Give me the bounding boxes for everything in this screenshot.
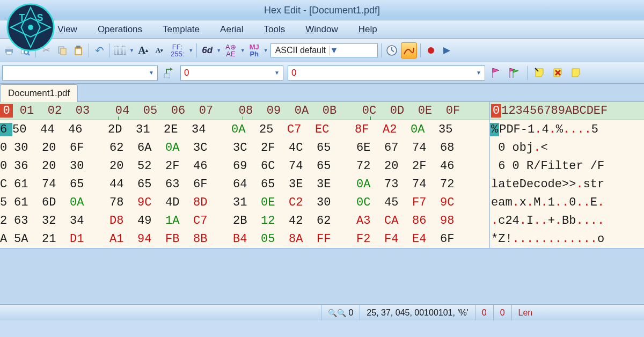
offset-header: 00102030405060708090A0B0C0D0E0F [0,102,489,120]
svg-rect-14 [76,49,81,54]
svg-rect-17 [122,46,125,55]
encoding-value: ASCII default [275,46,326,55]
status-v2: 0 [493,305,511,320]
hex-row[interactable]: A5A21D1A194FB8BB4058AFFF2F4E46F [0,230,489,248]
hex-row[interactable]: C6174654465636F64653E3E0A737472 [0,175,489,193]
ascii-row[interactable]: *Z!............o [490,230,644,248]
menu-help[interactable]: Help [358,24,377,35]
menu-bar: Edit View Operations Template Aerial Too… [0,20,644,39]
svg-rect-11 [61,48,66,55]
document-tab[interactable]: Document1.pdf [0,84,78,102]
hex-row[interactable]: 5616D0A789C4D8D310EC2300C45F79C [0,193,489,211]
hex-row[interactable]: 65044462D312E340A25C7EC8FA20A35 [0,120,489,138]
svg-point-1 [28,25,33,30]
tab-bar: Document1.pdf [0,84,644,102]
status-bar: 🔍⁠🔍 0 25, 37, 045, 00100101, '%' 0 0 Len [0,304,644,320]
menu-operations[interactable]: Operations [98,24,142,35]
window-title: Hex Edit - [Document1.pdf] [264,5,380,16]
svg-text:T: T [19,12,25,23]
menu-aerial[interactable]: Aerial [220,24,243,35]
svg-rect-15 [115,46,118,55]
svg-rect-16 [119,46,121,55]
hex-row[interactable]: 036203020522F46696C746572202F46 [0,157,489,175]
app-logo: T S [4,1,57,54]
play-icon[interactable]: ▶ [440,43,454,57]
ae-label[interactable]: A⊕AE [223,43,238,57]
menu-view[interactable]: View [57,24,77,35]
hex-editor[interactable]: 00102030405060708090A0B0C0D0E0F 65044462… [0,102,644,248]
record-icon[interactable] [424,43,438,57]
binoculars-icon: 🔍⁠🔍 [328,309,346,317]
main-toolbar: ✂ ↶ ▼ A▴ A▾ FF:255: ▼ 6d ▼ A⊕AE ▼ MJ Ph … [0,39,644,62]
flag-multi-icon[interactable] [508,66,522,80]
status-len: Len [511,305,539,320]
svg-rect-13 [76,46,80,48]
highlight-cursor-icon[interactable] [569,66,583,80]
status-find: 🔍⁠🔍 0 [321,305,360,320]
copy-icon[interactable] [55,43,69,57]
font-decrease-icon[interactable]: A▾ [152,43,166,57]
offset1-input[interactable]: 0 ▼ [180,65,283,80]
graph-icon[interactable] [401,42,417,58]
columns-icon[interactable] [113,43,127,57]
menu-tools[interactable]: Tools [264,24,286,35]
glasses-icon[interactable]: 6d [200,43,214,57]
flag-pink-icon[interactable] [489,66,503,80]
ascii-header: 0123456789ABCDEF [490,102,644,120]
font-increase-icon[interactable]: A▴ [136,43,150,57]
encoding-combo[interactable]: ASCII default ▼ [270,43,378,57]
mj-label[interactable]: MJ Ph [247,43,261,57]
highlight-delete-icon[interactable] [551,66,565,80]
ascii-row[interactable]: %PDF-1.4.%....5 [490,120,644,138]
highlight-yellow-icon[interactable] [533,66,547,80]
ascii-row[interactable]: lateDecode>>.str [490,175,644,193]
menu-template[interactable]: Template [163,24,200,35]
nav-toolbar: ▼ 0 ▼ 0 ▼ [0,62,644,84]
paste-icon[interactable] [71,43,85,57]
ff255-label[interactable]: FF:255: [169,43,186,57]
title-bar: Hex Edit - [Document1.pdf] [0,0,644,20]
undo-icon[interactable]: ↶ [92,43,106,57]
address-combo[interactable]: ▼ [2,65,158,80]
svg-rect-21 [164,74,170,78]
ascii-row[interactable]: 6 0 R/Filter /F [490,157,644,175]
status-byte-info: 25, 37, 045, 00100101, '%' [360,305,474,320]
hex-row[interactable]: 030206F626A0A3C3C2F4C656E677468 [0,138,489,157]
goto-icon[interactable] [162,66,176,80]
ascii-row[interactable]: 0 obj.< [490,138,644,157]
menu-window[interactable]: Window [305,24,338,35]
ascii-row[interactable]: .c24.I..+.Bb.... [490,211,644,230]
ascii-row[interactable]: eam.x.M.1..0..E. [490,193,644,211]
svg-text:S: S [37,12,43,23]
empty-area [0,248,644,304]
offset2-input[interactable]: 0 ▼ [288,65,485,80]
clock-icon[interactable] [385,43,399,57]
hex-row[interactable]: 2633234D8491AC72B124262A3CA8698 [0,211,489,230]
status-v1: 0 [475,305,493,320]
